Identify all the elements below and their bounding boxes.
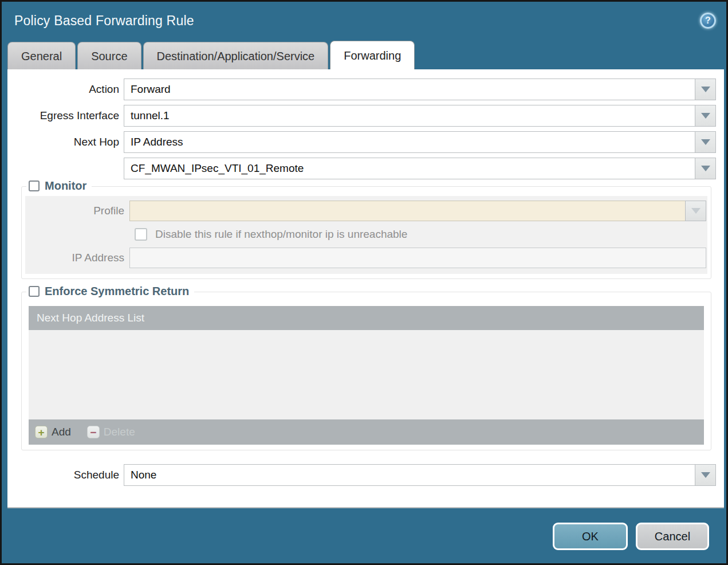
egress-interface-row: Egress Interface tunnel.1 <box>7 105 716 127</box>
disable-rule-checkbox[interactable] <box>135 228 147 241</box>
next-hop-type-value[interactable]: IP Address <box>124 131 695 153</box>
chevron-down-icon <box>701 113 710 119</box>
enforce-symmetric-return-fieldset: Enforce Symmetric Return Next Hop Addres… <box>21 292 711 450</box>
add-button[interactable]: + Add <box>35 426 71 438</box>
chevron-down-icon <box>691 208 701 214</box>
monitor-fieldset: Monitor Profile Disable this rule if nex… <box>21 186 711 279</box>
add-button-label: Add <box>52 426 71 438</box>
next-hop-address-list-table: Next Hop Address List + Add − Delete <box>29 306 704 445</box>
chevron-down-icon <box>701 166 710 171</box>
monitor-panel: Profile Disable this rule if nexthop/mon… <box>25 196 707 274</box>
tab-general[interactable]: General <box>7 42 76 69</box>
chevron-down-icon <box>701 87 710 92</box>
action-label: Action <box>7 79 124 100</box>
schedule-label: Schedule <box>7 464 124 486</box>
profile-value <box>129 201 686 221</box>
next-hop-label: Next Hop <box>7 131 124 153</box>
delete-icon: − <box>87 426 100 438</box>
tab-forwarding[interactable]: Forwarding <box>330 41 415 69</box>
profile-dropdown-button <box>685 201 706 221</box>
next-hop-row: Next Hop IP Address <box>7 131 716 153</box>
egress-interface-dropdown[interactable]: tunnel.1 <box>124 105 716 127</box>
enforce-symmetric-return-checkbox[interactable] <box>29 286 40 297</box>
profile-dropdown <box>129 201 706 221</box>
next-hop-address-dropdown[interactable]: CF_MWAN_IPsec_VTI_01_Remote <box>124 158 716 179</box>
next-hop-address-list-body[interactable] <box>29 330 704 419</box>
egress-interface-dropdown-button[interactable] <box>695 105 716 127</box>
next-hop-type-dropdown[interactable]: IP Address <box>124 131 716 153</box>
delete-button[interactable]: − Delete <box>87 426 135 438</box>
next-hop-address-list-toolbar: + Add − Delete <box>29 419 704 445</box>
monitor-ip-address-input <box>129 248 706 268</box>
enforce-symmetric-return-legend: Enforce Symmetric Return <box>26 285 194 298</box>
action-row: Action Forward <box>7 79 716 100</box>
action-value[interactable]: Forward <box>124 79 695 100</box>
help-icon[interactable]: ? <box>700 13 716 29</box>
action-dropdown[interactable]: Forward <box>124 79 716 100</box>
delete-button-label: Delete <box>104 426 135 438</box>
monitor-checkbox[interactable] <box>29 181 40 191</box>
profile-row: Profile <box>25 201 706 221</box>
chevron-down-icon <box>701 139 710 145</box>
schedule-dropdown-button[interactable] <box>695 464 716 486</box>
monitor-legend-text: Monitor <box>45 179 86 193</box>
egress-interface-label: Egress Interface <box>7 105 124 127</box>
forwarding-tab-panel: Action Forward Egress Interface tunnel.1… <box>7 69 724 508</box>
action-dropdown-button[interactable] <box>695 79 716 100</box>
next-hop-address-value[interactable]: CF_MWAN_IPsec_VTI_01_Remote <box>124 158 695 179</box>
disable-rule-label: Disable this rule if nexthop/monitor ip … <box>155 228 407 241</box>
enforce-symmetric-return-legend-text: Enforce Symmetric Return <box>45 285 189 298</box>
schedule-dropdown[interactable]: None <box>124 464 716 486</box>
monitor-legend: Monitor <box>26 179 92 193</box>
dialog-title: Policy Based Forwarding Rule <box>14 13 194 29</box>
title-bar: Policy Based Forwarding Rule ? <box>2 2 726 40</box>
next-hop-address-dropdown-button[interactable] <box>695 158 716 179</box>
policy-based-forwarding-rule-dialog: Policy Based Forwarding Rule ? General S… <box>0 0 728 565</box>
next-hop-address-spacer <box>7 158 124 179</box>
tab-source[interactable]: Source <box>77 42 141 69</box>
tab-strip: General Source Destination/Application/S… <box>7 41 415 69</box>
add-icon: + <box>35 426 48 438</box>
next-hop-type-dropdown-button[interactable] <box>695 131 716 153</box>
egress-interface-value[interactable]: tunnel.1 <box>124 105 695 127</box>
chevron-down-icon <box>701 472 710 478</box>
schedule-row: Schedule None <box>7 464 716 486</box>
schedule-value[interactable]: None <box>124 464 695 486</box>
disable-rule-row: Disable this rule if nexthop/monitor ip … <box>135 228 707 241</box>
monitor-ip-address-row: IP Address <box>25 248 706 268</box>
next-hop-address-row: CF_MWAN_IPsec_VTI_01_Remote <box>7 158 716 179</box>
cancel-button[interactable]: Cancel <box>636 523 709 550</box>
dialog-actions: OK Cancel <box>553 523 709 550</box>
monitor-ip-address-label: IP Address <box>25 248 129 268</box>
tab-destination-application-service[interactable]: Destination/Application/Service <box>143 42 329 69</box>
next-hop-address-list-header: Next Hop Address List <box>29 306 704 330</box>
profile-label: Profile <box>25 201 129 221</box>
ok-button[interactable]: OK <box>553 523 628 550</box>
